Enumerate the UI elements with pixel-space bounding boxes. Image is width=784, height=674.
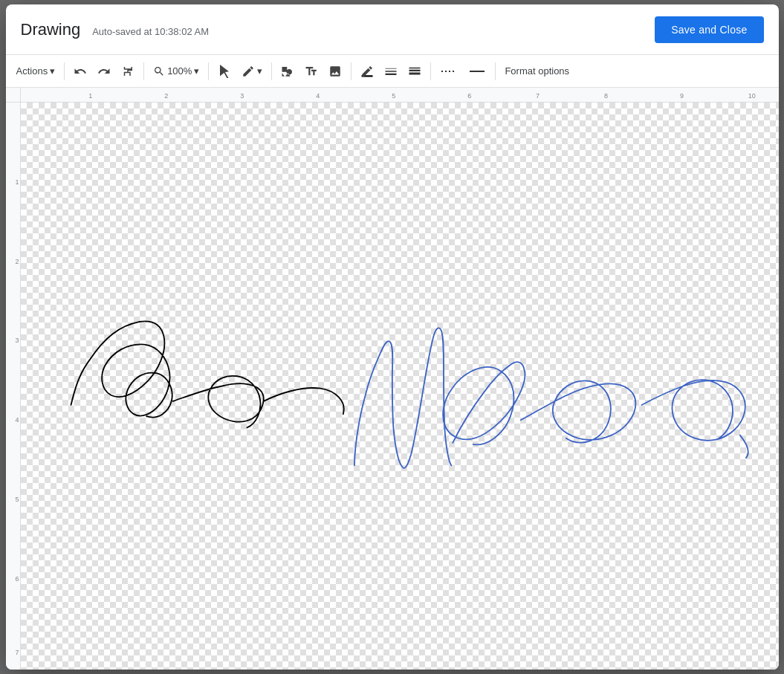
shape-icon <box>281 65 294 78</box>
scribble-tool-button[interactable]: ▾ <box>237 59 267 83</box>
signature-drawing <box>21 103 779 670</box>
line-style-button[interactable] <box>380 59 402 83</box>
dialog-header: Drawing Auto-saved at 10:38:02 AM Save a… <box>6 4 779 55</box>
scribble-icon <box>242 65 255 78</box>
ruler-mark-10: 10 <box>748 92 756 100</box>
pencil-icon <box>360 65 374 78</box>
ruler-mark-3: 3 <box>240 92 244 100</box>
ruler-mark-7: 7 <box>536 92 540 100</box>
ruler-left-mark-5: 5 <box>15 496 19 503</box>
dash-style-button[interactable] <box>435 59 462 83</box>
actions-label: Actions <box>16 65 48 77</box>
format-options-label: Format options <box>505 65 569 77</box>
ruler-mark-2: 2 <box>164 92 168 100</box>
blue-signature <box>354 328 748 468</box>
ruler-mark-1: 1 <box>88 92 92 100</box>
ruler-mark-5: 5 <box>392 92 395 100</box>
canvas-outer: 1 2 3 4 5 6 7 1 2 3 4 5 6 7 8 9 10 <box>6 88 779 670</box>
toolbar-divider-1 <box>64 62 65 80</box>
toolbar-divider-3 <box>208 62 209 80</box>
ruler-left-mark-2: 2 <box>15 258 19 265</box>
black-signature <box>71 321 343 427</box>
image-tool-button[interactable] <box>324 59 346 83</box>
autosave-status: Auto-saved at 10:38:02 AM <box>92 26 209 37</box>
undo-button[interactable] <box>69 59 91 83</box>
drawing-dialog: Drawing Auto-saved at 10:38:02 AM Save a… <box>6 4 779 670</box>
toolbar-divider-5 <box>351 62 351 80</box>
ruler-left-mark-7: 7 <box>15 649 19 656</box>
svg-rect-5 <box>409 69 421 71</box>
redo-button[interactable] <box>93 59 115 83</box>
header-left: Drawing Auto-saved at 10:38:02 AM <box>21 20 210 39</box>
dash-long-button[interactable] <box>464 59 490 83</box>
toolbar-divider-2 <box>143 62 144 80</box>
svg-rect-4 <box>409 67 421 68</box>
scribble-dropdown-icon: ▾ <box>257 65 262 77</box>
paint-format-icon <box>121 65 135 78</box>
select-tool-button[interactable] <box>213 59 236 83</box>
line-color-button[interactable] <box>356 59 378 83</box>
undo-icon <box>74 65 87 78</box>
line-weight-button[interactable] <box>404 59 426 83</box>
dash-short-icon <box>440 65 458 78</box>
actions-menu-button[interactable]: Actions ▾ <box>12 59 60 83</box>
ruler-top: 1 2 3 4 5 6 7 8 9 10 <box>21 88 779 103</box>
ruler-mark-6: 6 <box>467 92 471 100</box>
textbox-icon <box>305 65 318 78</box>
dash-long-icon <box>468 65 486 78</box>
dialog-title: Drawing <box>21 20 81 39</box>
image-icon <box>328 65 342 78</box>
zoom-dropdown-icon: ▾ <box>194 65 199 77</box>
ruler-left-mark-3: 3 <box>15 337 19 344</box>
drawing-canvas[interactable] <box>21 103 779 670</box>
line-weight-icon <box>408 65 421 78</box>
drawing-area-wrapper[interactable]: 1 2 3 4 5 6 7 8 9 10 <box>21 88 779 670</box>
paint-format-button[interactable] <box>117 59 139 83</box>
save-and-close-button[interactable]: Save and Close <box>655 16 763 43</box>
zoom-button[interactable]: 100% ▾ <box>149 59 204 83</box>
toolbar-divider-7 <box>495 62 496 80</box>
toolbar-divider-4 <box>271 62 272 80</box>
ruler-left: 1 2 3 4 5 6 7 <box>6 103 21 670</box>
ruler-left-mark-1: 1 <box>15 178 19 186</box>
ruler-left-mark-6: 6 <box>15 575 19 583</box>
ruler-mark-9: 9 <box>680 92 684 100</box>
ruler-mark-4: 4 <box>316 92 320 100</box>
textbox-tool-button[interactable] <box>300 59 323 83</box>
select-icon <box>218 65 231 78</box>
format-options-button[interactable]: Format options <box>500 59 574 83</box>
line-style-icon <box>384 65 398 78</box>
drawing-toolbar: Actions ▾ 100% ▾ ▾ <box>6 55 779 88</box>
zoom-label: 100% <box>167 65 192 77</box>
ruler-corner <box>6 88 21 103</box>
shape-tool-button[interactable] <box>276 59 299 83</box>
actions-dropdown-icon: ▾ <box>50 65 55 77</box>
ruler-left-mark-4: 4 <box>15 416 19 424</box>
zoom-icon <box>153 65 165 77</box>
toolbar-divider-6 <box>430 62 431 80</box>
redo-icon <box>97 65 111 78</box>
ruler-mark-8: 8 <box>604 92 608 100</box>
svg-rect-6 <box>409 72 421 74</box>
